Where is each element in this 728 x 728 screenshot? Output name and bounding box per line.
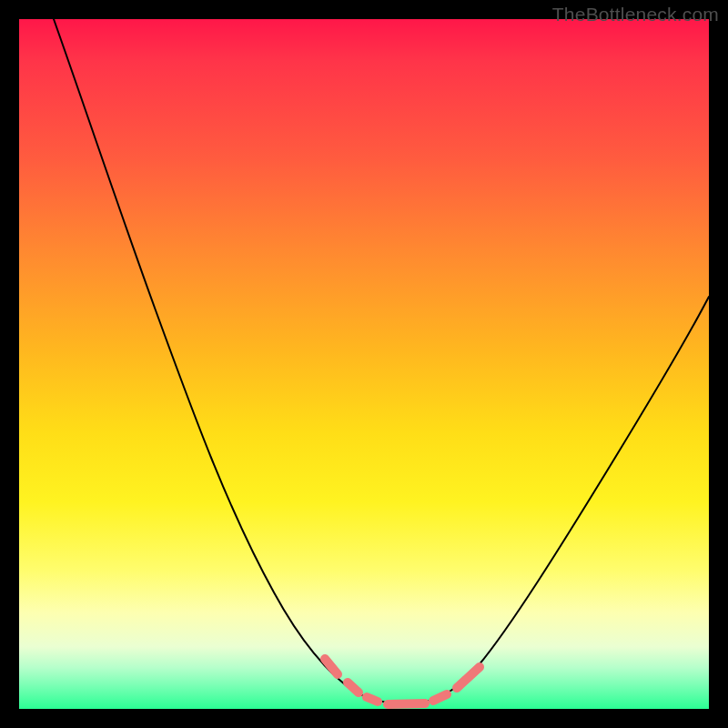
bottleneck-curve bbox=[54, 19, 709, 703]
curve-marker bbox=[348, 682, 359, 693]
curve-marker bbox=[388, 703, 425, 704]
watermark-text: TheBottleneck.com bbox=[552, 4, 719, 25]
chart-svg bbox=[19, 19, 709, 709]
curve-marker bbox=[367, 697, 378, 702]
chart-frame: TheBottleneck.com bbox=[0, 0, 728, 728]
curve-marker bbox=[433, 694, 447, 701]
curve-marker bbox=[325, 659, 338, 674]
curve-marker bbox=[457, 667, 480, 688]
